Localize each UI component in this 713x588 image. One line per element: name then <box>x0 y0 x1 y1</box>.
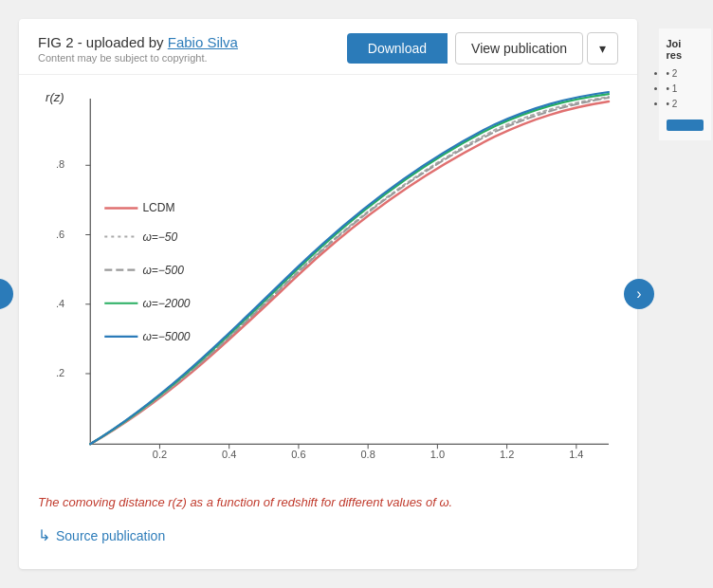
svg-text:1.2: 1.2 <box>500 449 514 460</box>
card-body: r(z) .8 .6 .4 <box>19 75 637 487</box>
figure-card: FIG 2 - uploaded by Fabio Silva Content … <box>19 19 637 569</box>
author-link[interactable]: Fabio Silva <box>168 34 238 50</box>
svg-text:ω=−2000: ω=−2000 <box>142 297 190 310</box>
chart-area: r(z) .8 .6 .4 <box>28 84 618 478</box>
left-arrow-icon: ‹ <box>0 285 1 303</box>
svg-text:.6: .6 <box>56 229 64 240</box>
svg-text:0.6: 0.6 <box>291 449 305 460</box>
prev-button[interactable]: ‹ <box>0 279 13 309</box>
dropdown-button[interactable]: ▾ <box>587 32 618 64</box>
svg-text:ω=−500: ω=−500 <box>142 264 184 277</box>
caption-text: The comoving distance r(z) as a function… <box>38 495 452 509</box>
figure-caption: The comoving distance r(z) as a function… <box>19 487 637 519</box>
svg-text:.8: .8 <box>56 158 64 170</box>
side-panel: Joires • 2 • 1 • 2 <box>656 0 713 588</box>
figure-chart: r(z) .8 .6 .4 <box>28 84 618 474</box>
svg-text:1.4: 1.4 <box>569 449 583 460</box>
svg-text:1.0: 1.0 <box>430 449 445 460</box>
view-publication-button[interactable]: View publication <box>455 32 583 64</box>
side-panel-list: • 2 • 1 • 2 <box>667 66 704 112</box>
source-pub-label: Source publication <box>56 528 165 543</box>
title-prefix: FIG 2 - uploaded by <box>38 34 168 50</box>
next-button[interactable]: › <box>624 279 654 309</box>
side-panel-content: Joires • 2 • 1 • 2 <box>659 28 711 140</box>
card-actions: Download View publication ▾ <box>347 32 618 64</box>
source-publication-link[interactable]: ↳ Source publication <box>19 519 637 563</box>
title-area: FIG 2 - uploaded by Fabio Silva Content … <box>38 34 347 64</box>
side-panel-title: Joires <box>667 38 704 61</box>
svg-text:0.8: 0.8 <box>360 449 375 460</box>
side-panel-button[interactable] <box>667 119 704 131</box>
svg-text:0.4: 0.4 <box>222 449 236 460</box>
svg-text:0.2: 0.2 <box>153 449 167 460</box>
svg-text:ω=−50: ω=−50 <box>142 230 177 244</box>
svg-text:r(z): r(z) <box>46 90 64 104</box>
card-title: FIG 2 - uploaded by Fabio Silva <box>38 34 347 50</box>
svg-text:ω=−5000: ω=−5000 <box>142 330 190 343</box>
svg-text:.4: .4 <box>56 298 64 309</box>
svg-text:LCDM: LCDM <box>142 201 174 214</box>
download-button[interactable]: Download <box>347 33 448 64</box>
card-header: FIG 2 - uploaded by Fabio Silva Content … <box>19 19 637 75</box>
right-arrow-icon: › <box>636 285 641 303</box>
source-arrow-icon: ↳ <box>38 526 50 544</box>
card-subtitle: Content may be subject to copyright. <box>38 52 347 64</box>
svg-text:.2: .2 <box>56 367 64 378</box>
